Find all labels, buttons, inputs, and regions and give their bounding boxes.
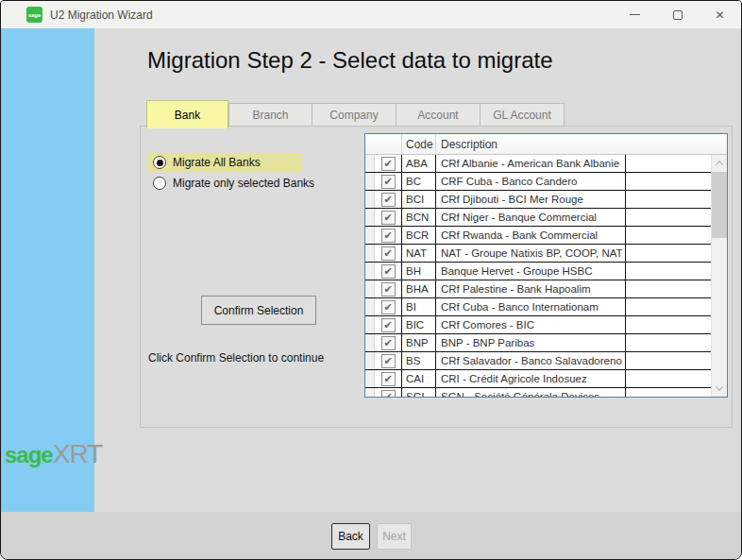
table-row[interactable]: ✔ SGL SGN - Société Générala Devises	[365, 388, 711, 398]
bank-code-cell: BCI	[401, 191, 435, 208]
next-button[interactable]: Next	[377, 523, 412, 550]
back-button[interactable]: Back	[331, 523, 370, 550]
bank-table: Code Description ✔ ABA CRf Albanie - Ame…	[364, 133, 728, 398]
table-row[interactable]: ✔ BC CRF Cuba - Banco Candero	[365, 173, 711, 191]
empty-cell	[625, 245, 711, 262]
row-selector[interactable]	[365, 298, 375, 315]
title-bar: sage U2 Migration Wizard ✕	[1, 1, 741, 28]
logo-sage-text: sage	[5, 442, 53, 467]
radio-migrate-selected-banks[interactable]: Migrate only selected Banks	[147, 174, 314, 193]
confirm-selection-button[interactable]: Confirm Selection	[201, 296, 316, 325]
checkmark-icon: ✔	[383, 392, 392, 399]
radio-migrate-all-banks[interactable]: Migrate All Banks	[147, 153, 302, 172]
bank-code-cell: BCR	[401, 227, 435, 244]
chevron-up-icon	[716, 161, 723, 168]
row-checkbox[interactable]: ✔	[381, 175, 396, 189]
bank-code-cell: SGL	[401, 388, 435, 398]
table-row[interactable]: ✔ BCI CRf Djibouti - BCI Mer Rouge	[365, 191, 711, 209]
table-row[interactable]: ✔ CAI CRI - Crédit Agricole Indosuez	[365, 370, 711, 388]
row-selector[interactable]	[365, 227, 375, 244]
row-checkbox[interactable]: ✔	[381, 211, 396, 225]
row-checkbox[interactable]: ✔	[381, 390, 396, 399]
row-selector[interactable]	[365, 173, 375, 190]
checkmark-icon: ✔	[383, 195, 392, 205]
table-row[interactable]: ✔ NAT NAT - Groupe Natixis BP, COOP, NAT	[365, 245, 711, 263]
checkmark-icon: ✔	[383, 159, 392, 169]
scrollbar-thumb[interactable]	[712, 172, 727, 238]
row-selector[interactable]	[365, 370, 375, 387]
bank-code-cell: BC	[401, 173, 435, 190]
table-row[interactable]: ✔ BI CRf Cuba - Banco Internationam	[365, 298, 711, 316]
hint-text: Click Confirm Selection to continue	[148, 351, 324, 365]
bank-description-cell: CRf Albanie - American Bank Albanie	[435, 155, 625, 172]
empty-cell	[625, 227, 711, 244]
row-selector[interactable]	[365, 191, 375, 208]
table-row[interactable]: ✔ BCR CRf Rwanda - Bank Commercial	[365, 227, 711, 245]
row-selector[interactable]	[365, 155, 375, 172]
tab-account[interactable]: Account	[396, 103, 481, 127]
vertical-scrollbar[interactable]	[711, 155, 727, 397]
row-selector[interactable]	[365, 352, 375, 369]
close-icon: ✕	[715, 8, 724, 22]
table-row[interactable]: ✔ BS CRf Salavador - Banco Salavadoreno	[365, 352, 711, 370]
row-selector[interactable]	[365, 334, 375, 351]
checkmark-icon: ✔	[383, 248, 392, 259]
bank-description-cell: CRf Djibouti - BCI Mer Rouge	[435, 191, 625, 208]
tab-gl-account[interactable]: GL Account	[481, 103, 565, 127]
radio-unselected-icon	[153, 177, 166, 190]
row-checkbox[interactable]: ✔	[381, 336, 396, 350]
table-row[interactable]: ✔ BHA CRf Palestine - Bank Hapoalim	[365, 280, 711, 298]
maximize-button[interactable]	[656, 1, 699, 28]
row-checkbox[interactable]: ✔	[381, 264, 396, 279]
row-selector[interactable]	[365, 316, 375, 333]
row-selector[interactable]	[365, 209, 375, 226]
tab-bank[interactable]: Bank	[146, 100, 228, 128]
tab-branch[interactable]: Branch	[228, 103, 312, 127]
checkmark-icon: ✔	[383, 266, 392, 277]
checkmark-icon: ✔	[383, 320, 392, 331]
table-row[interactable]: ✔ BCN CRf Niger - Banque Commercial	[365, 209, 711, 227]
row-selector[interactable]	[365, 280, 375, 297]
minimize-button[interactable]	[614, 1, 656, 28]
checkmark-icon: ✔	[383, 338, 392, 348]
minimize-icon	[630, 14, 640, 15]
scroll-down-button[interactable]	[712, 381, 727, 396]
app-window: sage U2 Migration Wizard ✕ sageXRT Migra…	[0, 0, 742, 560]
radio-migrate-selected-banks-label: Migrate only selected Banks	[173, 177, 314, 190]
row-selector[interactable]	[365, 388, 375, 398]
bank-code-cell: ABA	[401, 155, 435, 172]
row-checkbox[interactable]: ✔	[381, 372, 396, 386]
row-checkbox[interactable]: ✔	[381, 300, 396, 314]
tab-company[interactable]: Company	[312, 103, 396, 127]
bank-code-cell: NAT	[401, 245, 435, 262]
table-row[interactable]: ✔ BNP BNP - BNP Paribas	[365, 334, 711, 352]
row-checkbox[interactable]: ✔	[381, 157, 396, 171]
bank-code-cell: BIC	[401, 316, 435, 333]
table-row[interactable]: ✔ BH Banque Hervet - Groupe HSBC	[365, 263, 711, 280]
sage-app-icon: sage	[26, 7, 42, 23]
row-checkbox[interactable]: ✔	[381, 354, 396, 368]
row-selector[interactable]	[365, 245, 375, 262]
close-button[interactable]: ✕	[699, 1, 741, 28]
page-title: Migration Step 2 - Select data to migrat…	[147, 47, 553, 74]
table-row[interactable]: ✔ ABA CRf Albanie - American Bank Albani…	[365, 155, 711, 173]
bank-description-cell: CRf Niger - Banque Commercial	[435, 209, 625, 226]
table-row[interactable]: ✔ BIC CRf Comores - BIC	[365, 316, 711, 334]
checkmark-icon: ✔	[383, 177, 392, 187]
radio-selected-icon	[153, 156, 166, 169]
table-header: Code Description	[365, 134, 727, 155]
row-checkbox[interactable]: ✔	[381, 318, 396, 332]
sage-icon-text: sage	[28, 12, 42, 18]
empty-cell	[625, 191, 711, 208]
empty-cell	[625, 280, 711, 297]
bank-code-cell: BI	[401, 298, 435, 315]
chevron-down-icon	[716, 382, 723, 390]
row-checkbox[interactable]: ✔	[381, 229, 396, 243]
row-selector[interactable]	[365, 263, 375, 280]
row-checkbox[interactable]: ✔	[381, 193, 396, 207]
row-checkbox[interactable]: ✔	[381, 282, 396, 297]
radio-migrate-all-banks-label: Migrate All Banks	[173, 156, 261, 169]
scroll-up-button[interactable]	[712, 156, 727, 171]
logo-xrt-text: XRT	[53, 439, 103, 468]
row-checkbox[interactable]: ✔	[381, 246, 396, 261]
